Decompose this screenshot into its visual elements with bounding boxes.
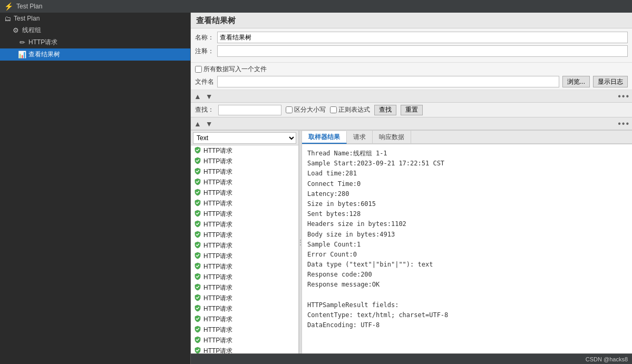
- shield-icon: [194, 231, 201, 240]
- request-item[interactable]: HTTP请求: [191, 219, 298, 230]
- format-select[interactable]: TextRegExp TesterCSS/JQuery TesterXPath …: [193, 132, 296, 144]
- regex-label[interactable]: 正则表达式: [330, 105, 370, 114]
- request-item-label: HTTP请求: [203, 178, 232, 187]
- request-item[interactable]: HTTP请求: [191, 166, 298, 177]
- bottom-panel: TextRegExp TesterCSS/JQuery TesterXPath …: [191, 130, 632, 353]
- shield-icon: [194, 241, 201, 250]
- request-item[interactable]: HTTP请求: [191, 293, 298, 303]
- comment-label: 注释：: [195, 47, 214, 56]
- request-list-panel: TextRegExp TesterCSS/JQuery TesterXPath …: [191, 131, 299, 353]
- file-checkbox-label[interactable]: 所有数据写入一个文件: [195, 65, 267, 74]
- request-item-label: HTTP请求: [203, 157, 232, 166]
- sidebar-item-http-request-label: HTTP请求: [28, 38, 57, 47]
- sidebar-item-test-plan-label: Test Plan: [14, 15, 40, 22]
- name-label: 名称：: [195, 33, 214, 42]
- detail-line: Sample Count:1: [307, 240, 627, 250]
- reset-button[interactable]: 重置: [401, 105, 423, 115]
- detail-line: Response message:OK: [307, 280, 627, 290]
- request-item[interactable]: HTTP请求: [191, 303, 298, 314]
- browse-button[interactable]: 浏览...: [562, 76, 590, 87]
- app-icon: ⚡: [4, 2, 13, 11]
- request-item-label: HTTP请求: [203, 315, 232, 324]
- request-item[interactable]: HTTP请求: [191, 156, 298, 166]
- search-label: 查找：: [195, 105, 214, 114]
- detail-content: Thread Name:线程组 1-1Sample Start:2023-09-…: [302, 144, 632, 353]
- tab-sampler-result[interactable]: 取样器结果: [302, 131, 347, 144]
- down-button-2[interactable]: ▼: [205, 120, 214, 128]
- search-input[interactable]: [218, 105, 281, 115]
- sidebar-item-result-tree-label: 查看结果树: [28, 50, 60, 59]
- request-item[interactable]: HTTP请求: [191, 177, 298, 188]
- shield-icon: [194, 326, 201, 335]
- request-item[interactable]: HTTP请求: [191, 230, 298, 240]
- detail-line: Load time:281: [307, 169, 627, 179]
- more-options-2[interactable]: •••: [618, 119, 630, 129]
- page-title: 查看结果树: [196, 16, 236, 25]
- toolbar-row-2: ▲ ▼ •••: [191, 117, 632, 130]
- request-item-label: HTTP请求: [203, 168, 232, 176]
- detail-line: Latency:280: [307, 189, 627, 199]
- shield-icon: [194, 283, 201, 292]
- detail-line: Sent bytes:128: [307, 209, 627, 219]
- status-text: CSDN @hacks8: [586, 356, 628, 362]
- file-checkbox-row: 所有数据写入一个文件: [195, 65, 628, 74]
- sidebar-item-http-request[interactable]: ✏ HTTP请求: [0, 36, 190, 48]
- http-request-icon: ✏: [18, 38, 26, 47]
- request-item[interactable]: HTTP请求: [191, 198, 298, 209]
- find-button[interactable]: 查找: [374, 105, 396, 115]
- shield-icon: [194, 189, 201, 198]
- detail-panel: 取样器结果 请求 响应数据 Thread Name:线程组 1-1Sample …: [302, 131, 632, 353]
- request-list-body: HTTP请求 HTTP请求 HTTP请求 HTTP请求 HTTP请求 HTTP请…: [191, 145, 298, 353]
- name-row: 名称：: [195, 32, 628, 43]
- status-bar: CSDN @hacks8: [191, 353, 632, 364]
- tab-request[interactable]: 请求: [347, 131, 373, 143]
- request-item[interactable]: HTTP请求: [191, 324, 298, 335]
- up-button[interactable]: ▲: [193, 92, 202, 101]
- sidebar: 🗂 Test Plan ⚙ 线程组 ✏ HTTP请求 📊 查看结果树: [0, 13, 191, 364]
- request-item-label: HTTP请求: [203, 189, 232, 198]
- name-input[interactable]: [217, 32, 628, 43]
- sidebar-item-result-tree[interactable]: 📊 查看结果树: [0, 48, 190, 61]
- shield-icon: [194, 178, 201, 187]
- request-item[interactable]: HTTP请求: [191, 188, 298, 198]
- comment-input[interactable]: [217, 45, 628, 57]
- regex-checkbox[interactable]: [330, 106, 337, 113]
- shield-icon: [194, 336, 201, 345]
- sidebar-item-thread-group[interactable]: ⚙ 线程组: [0, 24, 190, 36]
- sidebar-item-test-plan[interactable]: 🗂 Test Plan: [0, 13, 190, 24]
- tab-response-data[interactable]: 响应数据: [373, 131, 411, 143]
- search-bar: 查找： 区分大小写 正则表达式 查找 重置: [191, 103, 632, 117]
- file-checkbox[interactable]: [195, 66, 202, 73]
- file-label: 文件名: [195, 77, 214, 86]
- shield-icon: [194, 199, 201, 208]
- request-item[interactable]: HTTP请求: [191, 282, 298, 293]
- detail-line: DataEncoding: UTF-8: [307, 320, 627, 330]
- detail-line: [307, 290, 627, 300]
- file-input[interactable]: [217, 76, 559, 87]
- log-button[interactable]: 显示日志: [593, 76, 628, 87]
- request-item[interactable]: HTTP请求: [191, 209, 298, 219]
- request-item[interactable]: HTTP请求: [191, 145, 298, 156]
- title-bar: ⚡ Test Plan: [0, 0, 632, 13]
- form-section: 名称： 注释：: [191, 28, 632, 63]
- down-button[interactable]: ▼: [205, 92, 214, 101]
- request-item[interactable]: HTTP请求: [191, 335, 298, 346]
- case-sensitive-label[interactable]: 区分大小写: [286, 105, 326, 114]
- request-item[interactable]: HTTP请求: [191, 314, 298, 324]
- more-options-1[interactable]: •••: [618, 92, 630, 101]
- request-item[interactable]: HTTP请求: [191, 272, 298, 282]
- request-item[interactable]: HTTP请求: [191, 251, 298, 261]
- detail-line: ContentType: text/html; charset=UTF-8: [307, 310, 627, 320]
- up-button-2[interactable]: ▲: [193, 120, 202, 128]
- case-sensitive-checkbox[interactable]: [286, 106, 293, 113]
- request-item[interactable]: HTTP请求: [191, 261, 298, 272]
- request-item[interactable]: HTTP请求: [191, 240, 298, 251]
- shield-icon: [194, 304, 201, 313]
- request-item[interactable]: HTTP请求: [191, 346, 298, 353]
- app-title: Test Plan: [16, 3, 42, 10]
- shield-icon: [194, 294, 201, 303]
- shield-icon: [194, 157, 201, 166]
- shield-icon: [194, 146, 201, 155]
- shield-icon: [194, 315, 201, 324]
- request-item-label: HTTP请求: [203, 294, 232, 303]
